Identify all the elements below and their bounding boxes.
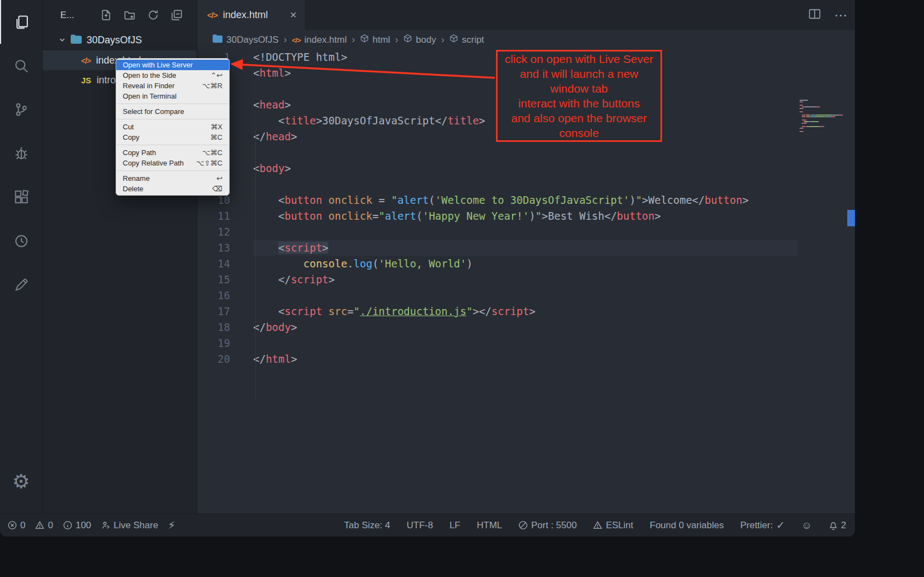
breadcrumb-item[interactable]: </>index.html	[292, 35, 346, 45]
menu-item-shortcut: ⌘C	[210, 133, 223, 141]
code-line[interactable]: 15 </script>	[197, 272, 855, 288]
close-tab-icon[interactable]: ✕	[290, 10, 297, 20]
context-menu-item[interactable]: Open to the Side⌃↩	[116, 70, 229, 81]
line-number: 15	[197, 272, 230, 288]
extensions-icon[interactable]	[0, 175, 43, 219]
menu-item-shortcut: ⌥⌘C	[202, 148, 223, 157]
status-item[interactable]: Port : 5500	[518, 520, 577, 531]
more-actions-icon[interactable]: ⋯	[834, 9, 847, 22]
context-menu-item[interactable]: Reveal in Finder⌥⌘R	[116, 81, 229, 91]
chevron-right-icon: ›	[283, 34, 287, 45]
code-line[interactable]: 12	[197, 224, 855, 240]
edit-pen-icon[interactable]	[0, 263, 43, 307]
status-item[interactable]: ⚡	[168, 520, 175, 530]
menu-separator	[117, 119, 229, 119]
editor-actions: ⋯	[808, 0, 847, 30]
status-item[interactable]: LF	[449, 520, 460, 531]
breadcrumb-item[interactable]: body	[403, 34, 436, 45]
context-menu-item[interactable]: Cut⌘X	[116, 122, 229, 132]
line-number: 11	[197, 208, 230, 224]
chevron-right-icon: ›	[441, 34, 444, 45]
code-line[interactable]: 8<body>	[197, 161, 855, 176]
code-line-text: <body>	[253, 161, 797, 176]
root-folder-row[interactable]: 30DaysOfJS	[43, 30, 197, 50]
history-icon[interactable]	[0, 219, 43, 263]
status-item[interactable]: 2	[829, 520, 846, 531]
status-item[interactable]: Live Share	[101, 520, 158, 531]
context-menu-item[interactable]: Open in Terminal	[116, 91, 229, 101]
minimap-line	[800, 105, 849, 106]
source-control-icon[interactable]	[0, 88, 43, 132]
menu-item-shortcut: ⌘X	[210, 123, 223, 131]
minimap-line	[800, 101, 849, 102]
breadcrumb-item[interactable]: script	[449, 34, 484, 45]
new-folder-icon[interactable]	[124, 9, 135, 21]
code-line[interactable]: 20</html>	[197, 351, 855, 367]
minimap-line	[800, 108, 849, 109]
breadcrumb-item[interactable]: 30DaysOfJS	[213, 35, 278, 45]
menu-item-label: Copy Path	[123, 148, 195, 157]
status-item[interactable]: 0	[35, 520, 53, 531]
code-line[interactable]: 17 <script src="./introduction.js"></scr…	[197, 304, 855, 319]
activity-bar-bottom: ⚙	[0, 460, 42, 513]
status-item[interactable]: HTML	[477, 520, 502, 531]
line-number: 14	[197, 256, 230, 272]
code-line[interactable]: 19	[197, 335, 855, 351]
annotation-line: and also open the browser	[505, 111, 653, 125]
status-item-text: 0	[20, 520, 25, 531]
line-number: 12	[197, 224, 230, 240]
status-item-text: 2	[841, 520, 846, 531]
status-item[interactable]: UTF-8	[407, 520, 433, 531]
refresh-icon[interactable]	[147, 9, 159, 21]
line-number: 20	[197, 351, 230, 367]
status-item[interactable]: 100	[63, 520, 91, 531]
minimap-line	[800, 129, 849, 130]
context-menu-item[interactable]: Open with Live Server	[116, 60, 229, 70]
minimap-line	[800, 115, 849, 116]
status-item[interactable]: Tab Size: 4	[344, 520, 390, 531]
status-item[interactable]: ESLint	[593, 520, 633, 531]
code-line[interactable]: 14 console.log('Hello, World')	[197, 256, 855, 272]
split-editor-icon[interactable]	[808, 8, 821, 22]
code-line[interactable]: 13 <script>	[197, 240, 855, 256]
status-item[interactable]: ☺	[801, 520, 812, 530]
settings-icon[interactable]: ⚙	[0, 460, 43, 504]
breadcrumb-item[interactable]: html	[360, 34, 390, 45]
menu-item-label: Copy Relative Path	[123, 159, 189, 167]
vscode-screenshot: ⚙ E... 30DaysOfJS </>index.htmlJSintrodu…	[0, 0, 924, 577]
code-line[interactable]: 7	[197, 145, 855, 161]
status-item-text: 0	[48, 520, 53, 531]
code-line-text: <script src="./introduction.js"></script…	[253, 304, 797, 319]
breadcrumb-label: html	[373, 35, 390, 45]
minimap[interactable]	[800, 100, 849, 133]
minimap-line	[800, 119, 849, 121]
menu-separator	[117, 104, 229, 104]
minimap-line	[800, 124, 849, 125]
explorer-icon[interactable]	[0, 0, 43, 44]
run-debug-icon[interactable]	[0, 132, 43, 175]
context-menu-item[interactable]: Delete⌫	[116, 184, 229, 194]
code-line[interactable]: 10 <button onclick = "alert('Welcome to …	[197, 192, 855, 208]
collapse-all-icon[interactable]	[171, 9, 182, 21]
code-line[interactable]: 18</body>	[197, 319, 855, 335]
status-item[interactable]: Found 0 variables	[650, 520, 724, 531]
sidebar-actions	[100, 9, 182, 21]
status-item[interactable]: Prettier:✓	[740, 520, 785, 531]
search-icon[interactable]	[0, 44, 43, 88]
breadcrumb: 30DaysOfJS›</>index.html›html›body›scrip…	[197, 30, 855, 49]
code-line[interactable]: 11 <button onclick="alert('Happy New Yea…	[197, 208, 855, 224]
context-menu-item[interactable]: Rename↩	[116, 173, 229, 184]
code-line-text: </script>	[253, 272, 797, 288]
code-line[interactable]: 16	[197, 288, 855, 304]
context-menu-item[interactable]: Copy Relative Path⌥⇧⌘C	[116, 158, 229, 168]
context-menu-item[interactable]: Copy Path⌥⌘C	[116, 147, 229, 158]
status-item-text: Found 0 variables	[650, 520, 724, 531]
context-menu-item[interactable]: Copy⌘C	[116, 132, 229, 142]
context-menu-item[interactable]: Select for Compare	[116, 106, 229, 117]
tab-index-html[interactable]: </> index.html ✕	[197, 0, 305, 30]
status-item[interactable]: 0	[8, 520, 25, 531]
menu-item-label: Cut	[123, 123, 203, 131]
activity-bar-top	[0, 0, 42, 460]
code-line[interactable]: 9	[197, 176, 855, 192]
new-file-icon[interactable]	[100, 9, 112, 21]
